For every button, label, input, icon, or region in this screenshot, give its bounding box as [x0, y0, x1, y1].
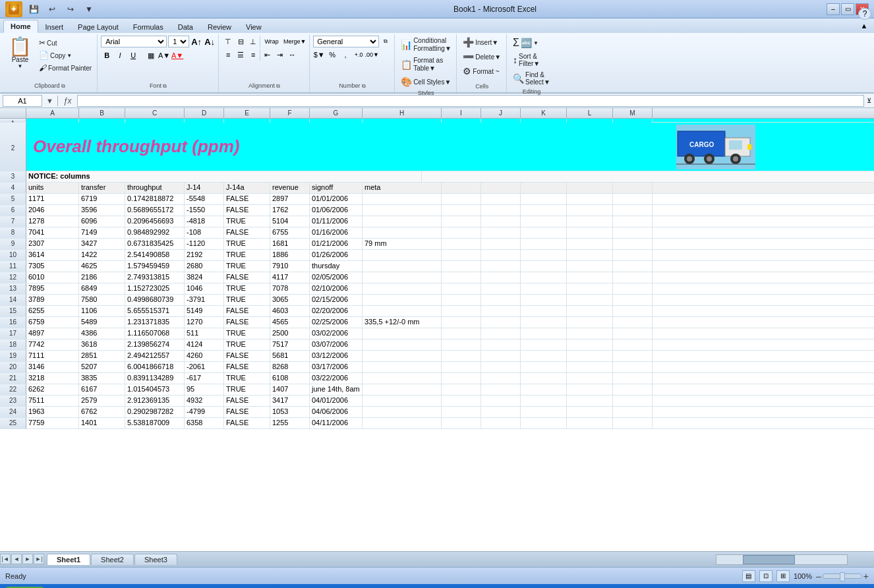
row-num[interactable]: 10	[0, 250, 26, 260]
cell-e13[interactable]: TRUE	[224, 283, 270, 295]
cell-f10[interactable]: 1886	[270, 250, 310, 261]
spreadsheet-rows[interactable]: 1 2 Overall throughput (ppm)	[0, 119, 874, 551]
cell-f9[interactable]: 1681	[270, 239, 310, 250]
cell-f22[interactable]: 1407	[270, 384, 310, 396]
cell-j20[interactable]	[481, 362, 521, 373]
cell-f6[interactable]: 1762	[270, 205, 310, 216]
cell-d11[interactable]: 2680	[185, 261, 224, 272]
row-num[interactable]: 12	[0, 272, 26, 283]
cell-m13[interactable]	[613, 283, 653, 295]
cell-d24[interactable]: -4799	[185, 407, 224, 418]
cell-e11[interactable]: TRUE	[224, 261, 270, 272]
next-sheet-btn[interactable]: ►	[22, 554, 33, 564]
cell-header-l[interactable]	[567, 183, 613, 194]
cell-l15[interactable]	[567, 306, 613, 317]
cell-e21[interactable]: TRUE	[224, 373, 270, 384]
cell-b20[interactable]: 5207	[79, 362, 125, 373]
cell-h13[interactable]	[363, 283, 442, 295]
cell-h7[interactable]	[363, 216, 442, 227]
sort-filter-btn[interactable]: ↕ Sort &Filter▼	[510, 51, 542, 69]
cell-j8[interactable]	[481, 227, 521, 239]
cell-b24[interactable]: 6762	[79, 407, 125, 418]
cell-b15[interactable]: 1106	[79, 306, 125, 317]
cell-i16[interactable]	[442, 317, 481, 328]
cell-m6[interactable]	[613, 205, 653, 216]
cell-h20[interactable]	[363, 362, 442, 373]
cell-b10[interactable]: 1422	[79, 250, 125, 261]
redo-qat-btn[interactable]: ↪	[63, 3, 78, 16]
cell-e20[interactable]: FALSE	[224, 362, 270, 373]
cell-f5[interactable]: 2897	[270, 194, 310, 205]
cell-a21[interactable]: 3218	[26, 373, 79, 384]
cell-h22[interactable]	[363, 384, 442, 396]
col-header-b[interactable]: B	[79, 108, 125, 118]
wrap-text-btn[interactable]: Wrap	[261, 36, 282, 47]
cell-m11[interactable]	[613, 261, 653, 272]
cell-l18[interactable]	[567, 339, 613, 351]
cell-a11[interactable]: 7305	[26, 261, 79, 272]
cell-i23[interactable]	[442, 396, 481, 407]
cell-header-units[interactable]: units	[26, 183, 79, 194]
cell-j5[interactable]	[481, 194, 521, 205]
cell-a10[interactable]: 3614	[26, 250, 79, 261]
cell-d5[interactable]: -5548	[185, 194, 224, 205]
cell-header-i[interactable]	[442, 183, 481, 194]
cell-f12[interactable]: 4117	[270, 272, 310, 283]
cell-i9[interactable]	[442, 239, 481, 250]
cell-b13[interactable]: 6849	[79, 283, 125, 295]
cell-k18[interactable]	[521, 339, 567, 351]
cell-j14[interactable]	[481, 295, 521, 306]
cell-a18[interactable]: 7742	[26, 339, 79, 351]
cell-m25[interactable]	[613, 418, 653, 429]
cell-b22[interactable]: 6167	[79, 384, 125, 396]
cell-e14[interactable]: TRUE	[224, 295, 270, 306]
cell-b23[interactable]: 2579	[79, 396, 125, 407]
cell-l19[interactable]	[567, 351, 613, 362]
cell-k8[interactable]	[521, 227, 567, 239]
cell-d17[interactable]: 511	[185, 328, 224, 339]
paste-btn[interactable]: 📋 Paste ▼	[5, 36, 35, 71]
cell-header-m[interactable]	[613, 183, 653, 194]
sheet-tab-sheet3[interactable]: Sheet3	[134, 554, 177, 565]
cell-l6[interactable]	[567, 205, 613, 216]
normal-view-btn[interactable]: ▤	[742, 570, 755, 582]
cell-i8[interactable]	[442, 227, 481, 239]
cell-e19[interactable]: FALSE	[224, 351, 270, 362]
row-num[interactable]: 13	[0, 283, 26, 294]
cell-l21[interactable]	[567, 373, 613, 384]
cell-m20[interactable]	[613, 362, 653, 373]
cell-j12[interactable]	[481, 272, 521, 283]
cell-c17[interactable]: 1.116507068	[125, 328, 185, 339]
cell-f16[interactable]: 4565	[270, 317, 310, 328]
cell-k7[interactable]	[521, 216, 567, 227]
cell-j9[interactable]	[481, 239, 521, 250]
cell-a14[interactable]: 3789	[26, 295, 79, 306]
cell-a13[interactable]: 7895	[26, 283, 79, 295]
tab-home[interactable]: Home	[3, 20, 38, 33]
cell-g12[interactable]: 02/05/2006	[310, 272, 363, 283]
cell-a6[interactable]: 2046	[26, 205, 79, 216]
cell-f24[interactable]: 1053	[270, 407, 310, 418]
col-header-e[interactable]: E	[224, 108, 270, 118]
cell-e10[interactable]: TRUE	[224, 250, 270, 261]
cell-a22[interactable]: 6262	[26, 384, 79, 396]
cell-m21[interactable]	[613, 373, 653, 384]
cell-h5[interactable]	[363, 194, 442, 205]
cell-j19[interactable]	[481, 351, 521, 362]
cell-h23[interactable]	[363, 396, 442, 407]
last-sheet-btn[interactable]: ►|	[34, 554, 44, 564]
cell-c14[interactable]: 0.4998680739	[125, 295, 185, 306]
zoom-in-btn[interactable]: +	[863, 571, 869, 581]
cell-l7[interactable]	[567, 216, 613, 227]
cell-i5[interactable]	[442, 194, 481, 205]
cell-d19[interactable]: 4260	[185, 351, 224, 362]
cell-j6[interactable]	[481, 205, 521, 216]
cell-k16[interactable]	[521, 317, 567, 328]
cell-k11[interactable]	[521, 261, 567, 272]
row-num[interactable]: 22	[0, 384, 26, 395]
cell-header-revenue[interactable]: revenue	[270, 183, 310, 194]
cell-b7[interactable]: 6096	[79, 216, 125, 227]
cell-e6[interactable]: FALSE	[224, 205, 270, 216]
align-right-btn[interactable]: ≡	[247, 49, 259, 61]
cell-b11[interactable]: 4625	[79, 261, 125, 272]
